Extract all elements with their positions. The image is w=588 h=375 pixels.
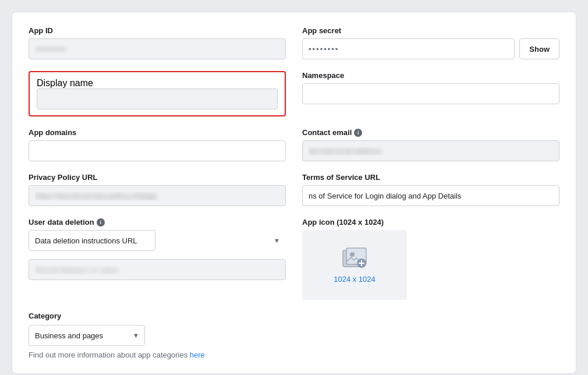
app-icon-label: App icon (1024 x 1024) bbox=[302, 218, 559, 227]
svg-point-2 bbox=[350, 252, 355, 257]
app-icon-upload[interactable]: 1024 x 1024 bbox=[302, 230, 407, 300]
privacy-policy-input[interactable] bbox=[29, 185, 286, 206]
user-data-deletion-select[interactable]: Data deletion instructions URL Data dele… bbox=[29, 230, 155, 251]
app-id-label: App ID bbox=[29, 26, 286, 35]
show-secret-button[interactable]: Show bbox=[519, 38, 559, 59]
app-secret-group: App secret Show bbox=[302, 26, 559, 59]
terms-of-service-group: Terms of Service URL bbox=[302, 173, 559, 206]
app-secret-row: Show bbox=[302, 38, 559, 59]
user-data-deletion-info-icon[interactable]: i bbox=[97, 218, 105, 227]
form-grid: App ID App secret Show Display name Name… bbox=[29, 26, 559, 300]
namespace-group: Namespace bbox=[302, 71, 559, 116]
user-data-deletion-label: User data deletion i bbox=[29, 218, 286, 227]
user-data-deletion-group: User data deletion i Data deletion instr… bbox=[29, 218, 286, 300]
app-domains-label: App domains bbox=[29, 128, 286, 137]
contact-email-group: Contact email i bbox=[302, 128, 559, 161]
category-here-link[interactable]: here bbox=[190, 351, 205, 359]
namespace-input[interactable] bbox=[302, 83, 559, 104]
category-select[interactable]: Business and pages Communication Educati… bbox=[29, 325, 145, 346]
deletion-url-input[interactable] bbox=[29, 259, 286, 280]
terms-of-service-label: Terms of Service URL bbox=[302, 173, 559, 182]
app-icon-svg bbox=[341, 247, 369, 270]
category-section: Category Business and pages Communicatio… bbox=[29, 312, 559, 359]
display-name-input[interactable] bbox=[37, 89, 278, 109]
app-domains-input[interactable] bbox=[29, 140, 286, 161]
settings-card: App ID App secret Show Display name Name… bbox=[12, 12, 576, 374]
app-icon-size-label: 1024 x 1024 bbox=[334, 275, 376, 284]
category-select-wrapper: Business and pages Communication Educati… bbox=[29, 325, 145, 346]
app-id-input[interactable] bbox=[29, 38, 286, 59]
app-secret-label: App secret bbox=[302, 26, 559, 35]
contact-email-info-icon[interactable]: i bbox=[354, 129, 362, 137]
app-secret-input[interactable] bbox=[302, 38, 515, 59]
category-footer: Find out more information about app cate… bbox=[29, 351, 559, 359]
display-name-label: Display name bbox=[37, 78, 93, 88]
terms-of-service-input[interactable] bbox=[302, 185, 559, 206]
user-data-deletion-select-wrapper: Data deletion instructions URL Data dele… bbox=[29, 230, 286, 251]
app-id-group: App ID bbox=[29, 26, 286, 59]
namespace-label: Namespace bbox=[302, 71, 559, 80]
privacy-policy-label: Privacy Policy URL bbox=[29, 173, 286, 182]
display-name-group: Display name bbox=[29, 71, 286, 116]
contact-email-label: Contact email i bbox=[302, 128, 559, 137]
select-arrow-icon: ▼ bbox=[274, 237, 280, 244]
privacy-policy-group: Privacy Policy URL bbox=[29, 173, 286, 206]
app-domains-group: App domains bbox=[29, 128, 286, 161]
contact-email-input[interactable] bbox=[302, 140, 559, 161]
app-icon-group: App icon (1024 x 1024) 1024 x 1024 bbox=[302, 218, 559, 300]
category-label: Category bbox=[29, 312, 559, 320]
